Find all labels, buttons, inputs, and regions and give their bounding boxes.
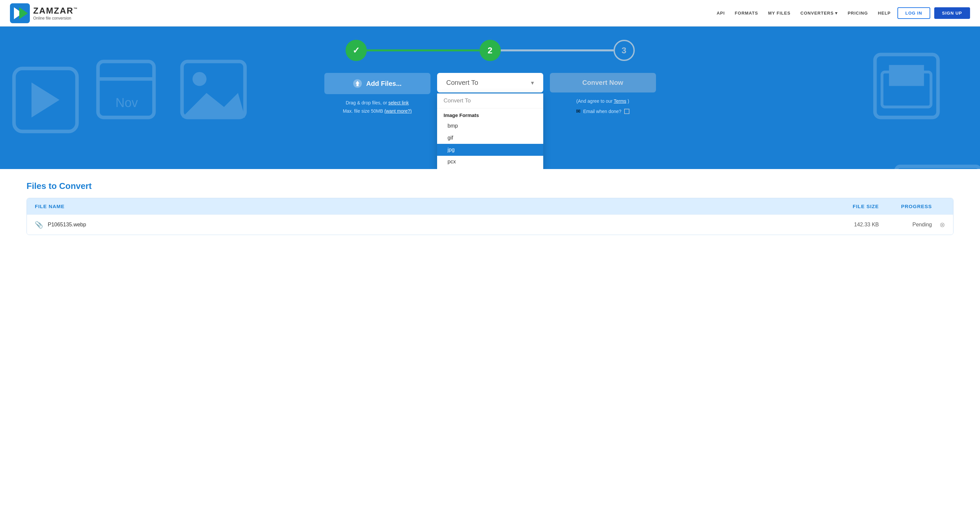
add-files-button[interactable]: Add Files... — [325, 73, 431, 94]
convert-now-subtitle: (And agree to our Terms ) — [576, 97, 629, 105]
svg-marker-4 — [32, 82, 59, 118]
table-row: 📎 P1065135.webp 142.33 KB Pending ⊗ — [27, 214, 953, 235]
file-progress: Pending — [879, 222, 932, 228]
format-dropdown: Convert To Image Formats bmp gif jpg pcx… — [437, 94, 543, 169]
files-heading: Files to Convert — [27, 181, 953, 191]
format-pcx[interactable]: pcx — [437, 156, 543, 168]
action-row: Add Files... Drag & drop files, or selec… — [308, 73, 673, 115]
files-table: FILE NAME FILE SIZE PROGRESS 📎 P1065135.… — [27, 198, 953, 235]
logo[interactable]: ZAMZAR™ Online file conversion — [10, 3, 78, 23]
signup-button[interactable]: SIGN UP — [934, 7, 970, 19]
files-section: Files to Convert FILE NAME FILE SIZE PRO… — [0, 169, 980, 248]
dropdown-chevron-icon: ▾ — [531, 79, 534, 87]
header: ZAMZAR™ Online file conversion API FORMA… — [0, 0, 980, 27]
format-jpg[interactable]: jpg — [437, 144, 543, 156]
format-gif[interactable]: gif — [437, 132, 543, 144]
convert-now-button[interactable]: Convert Now — [550, 73, 656, 92]
upload-icon — [353, 79, 362, 88]
nav-converters[interactable]: CONVERTERS ▾ — [800, 11, 838, 16]
email-checkbox[interactable] — [624, 109, 630, 114]
login-button[interactable]: LOG IN — [897, 7, 930, 19]
email-icon: ✉ — [576, 108, 581, 114]
svg-text:Nov: Nov — [115, 96, 138, 110]
svg-rect-3 — [14, 69, 77, 132]
dropdown-placeholder: Convert To — [437, 94, 543, 108]
svg-point-9 — [192, 72, 206, 86]
step-line-1 — [367, 49, 480, 51]
logo-title: ZAMZAR™ — [33, 6, 78, 16]
convert-now-col: Convert Now (And agree to our Terms ) ✉ … — [547, 73, 659, 114]
remove-file-button[interactable]: ⊗ — [932, 221, 945, 229]
nav-help[interactable]: HELP — [878, 11, 891, 16]
svg-rect-5 — [98, 62, 154, 118]
logo-icon — [10, 3, 30, 23]
convert-to-button[interactable]: Convert To ▾ — [437, 73, 543, 92]
main-nav: API FORMATS MY FILES CONVERTERS ▾ PRICIN… — [717, 11, 891, 16]
steps-row: ✓ 2 3 — [308, 40, 673, 61]
column-filename: FILE NAME — [35, 203, 826, 209]
nav-my-files[interactable]: MY FILES — [768, 11, 791, 16]
hero-section: Nov ✓ 2 3 — [0, 27, 980, 169]
logo-subtitle: Online file conversion — [33, 16, 78, 21]
column-progress: PROGRESS — [879, 203, 945, 209]
chevron-down-icon: ▾ — [835, 11, 838, 16]
format-png[interactable]: png — [437, 168, 543, 169]
email-row: ✉ Email when done? — [576, 108, 629, 114]
column-filesize: FILE SIZE — [826, 203, 879, 209]
file-name: P1065135.webp — [48, 222, 826, 228]
file-attachment-icon: 📎 — [35, 221, 43, 229]
files-table-header: FILE NAME FILE SIZE PROGRESS — [27, 198, 953, 214]
image-formats-label: Image Formats — [437, 108, 543, 120]
step-2: 2 — [480, 40, 501, 61]
svg-rect-17 — [882, 72, 931, 107]
format-bmp[interactable]: bmp — [437, 120, 543, 132]
file-size: 142.33 KB — [826, 222, 879, 228]
email-when-done-label: Email when done? — [583, 109, 621, 114]
step-line-2 — [501, 49, 614, 51]
svg-rect-18 — [896, 166, 980, 169]
step-3: 3 — [614, 40, 635, 61]
step-1: ✓ — [345, 40, 367, 61]
add-files-col: Add Files... Drag & drop files, or selec… — [321, 73, 434, 115]
svg-rect-16 — [889, 65, 924, 86]
nav-formats[interactable]: FORMATS — [735, 11, 758, 16]
add-files-subtitle: Drag & drop files, or select link Max. f… — [343, 99, 412, 115]
hero-inner: ✓ 2 3 Add Files... Drag & drop files, or — [308, 40, 673, 115]
select-link[interactable]: select link — [388, 100, 409, 105]
terms-link[interactable]: Terms — [614, 98, 626, 104]
svg-rect-15 — [875, 54, 938, 117]
svg-marker-10 — [182, 93, 245, 118]
want-more-link[interactable]: (want more?) — [384, 108, 412, 114]
convert-to-col: Convert To ▾ Convert To Image Formats bm… — [434, 73, 547, 92]
nav-api[interactable]: API — [717, 11, 725, 16]
svg-rect-8 — [182, 62, 245, 118]
nav-pricing[interactable]: PRICING — [848, 11, 868, 16]
